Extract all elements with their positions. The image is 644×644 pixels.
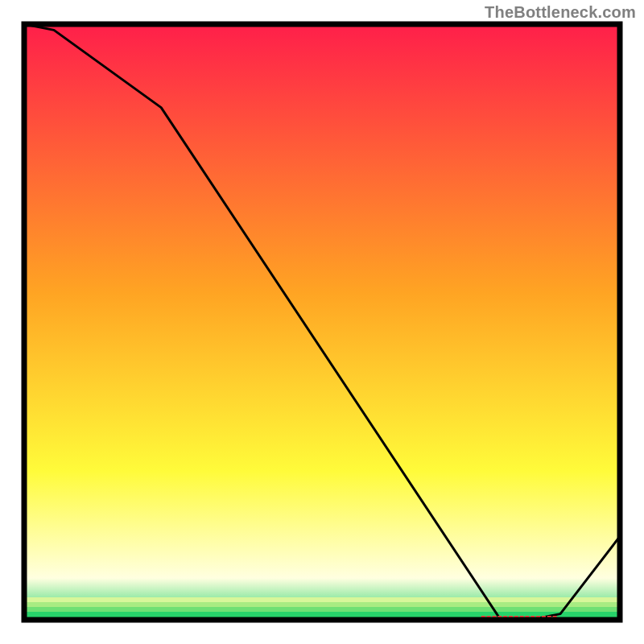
chart-stage: TheBottleneck.com (0, 0, 644, 644)
svg-rect-2 (24, 602, 620, 607)
bottleneck-chart (0, 0, 644, 644)
attribution-label: TheBottleneck.com (485, 3, 636, 22)
plot-gradient (24, 24, 620, 620)
svg-rect-3 (24, 607, 620, 612)
bottom-bands (24, 597, 620, 620)
svg-rect-1 (24, 597, 620, 602)
